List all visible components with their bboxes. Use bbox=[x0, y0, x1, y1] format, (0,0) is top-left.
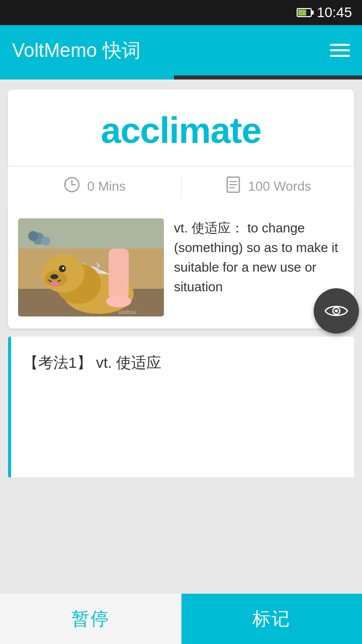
svg-rect-26 bbox=[109, 249, 129, 299]
mark-button[interactable]: 标记 bbox=[182, 594, 363, 644]
word-card: acclimate bbox=[8, 90, 354, 166]
notes-content: 【考法1】 vt. 使适应 bbox=[23, 354, 161, 371]
svg-point-27 bbox=[106, 295, 131, 307]
words-stat: 100 Words bbox=[182, 176, 354, 198]
svg-point-25 bbox=[62, 267, 64, 269]
svg-point-22 bbox=[50, 274, 58, 279]
svg-point-30 bbox=[335, 309, 338, 312]
word-image: wildbow bbox=[18, 218, 164, 316]
main-content: acclimate 0 Mins 100 W bbox=[0, 79, 362, 496]
clock-icon bbox=[63, 176, 81, 198]
svg-point-9 bbox=[28, 231, 38, 241]
app-bar: VoltMemo 快词 bbox=[0, 25, 362, 75]
stats-row: 0 Mins 100 Words bbox=[8, 166, 354, 206]
svg-text:wildbow: wildbow bbox=[118, 309, 137, 315]
svg-point-23 bbox=[51, 281, 59, 287]
document-icon bbox=[224, 176, 242, 198]
app-title: VoltMemo 快词 bbox=[12, 38, 141, 63]
word-title: acclimate bbox=[101, 110, 261, 150]
words-value: 100 Words bbox=[248, 179, 311, 194]
time-value: 0 Mins bbox=[87, 179, 126, 194]
progress-bar-container bbox=[0, 75, 362, 79]
svg-point-24 bbox=[59, 265, 66, 272]
menu-button[interactable] bbox=[330, 44, 350, 57]
bottom-buttons: 暂停 标记 bbox=[0, 594, 362, 644]
svg-point-10 bbox=[41, 236, 50, 246]
eye-button[interactable] bbox=[314, 288, 359, 334]
notes-section: 【考法1】 vt. 使适应 bbox=[8, 337, 354, 477]
time-stat: 0 Mins bbox=[8, 176, 182, 198]
status-time: 10:45 bbox=[317, 5, 352, 21]
definition-card: wildbow vt. 使适应： to change (something) s… bbox=[8, 206, 354, 329]
progress-bar-fill bbox=[0, 75, 174, 79]
status-bar: 10:45 bbox=[0, 0, 362, 25]
pause-button[interactable]: 暂停 bbox=[0, 594, 182, 644]
battery-icon bbox=[297, 8, 312, 17]
